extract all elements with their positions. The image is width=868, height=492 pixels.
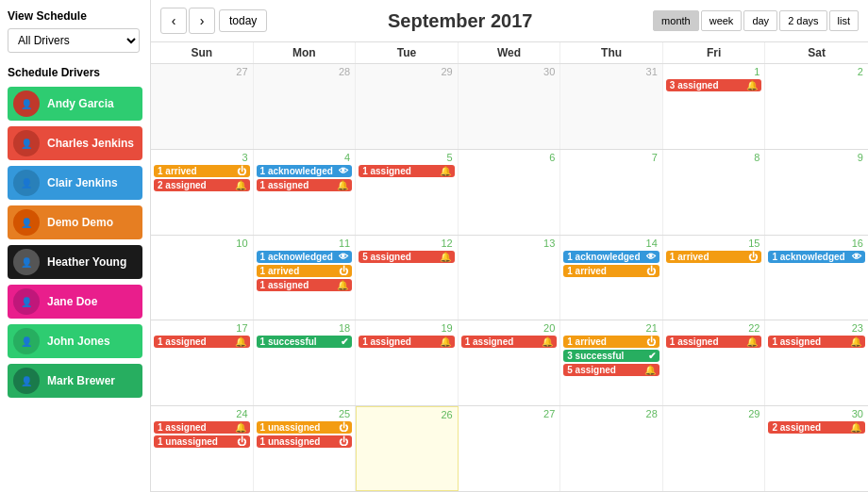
calendar-event[interactable]: 1 arrived⏻ bbox=[154, 165, 250, 177]
next-button[interactable]: › bbox=[189, 8, 215, 34]
cell-date: 16 bbox=[768, 238, 865, 249]
calendar-cell[interactable]: 9 bbox=[765, 150, 868, 235]
calendar-event[interactable]: 5 assigned🔔 bbox=[359, 251, 455, 263]
calendar-event[interactable]: 1 acknowledged👁 bbox=[768, 251, 865, 263]
calendar-cell[interactable]: 191 assigned🔔 bbox=[356, 320, 459, 405]
calendar-event[interactable]: 3 successful✔ bbox=[563, 350, 659, 362]
calendar-cell[interactable]: 31 bbox=[560, 64, 663, 149]
calendar-cell[interactable]: 6 bbox=[459, 150, 561, 235]
calendar-event[interactable]: 1 acknowledged👁 bbox=[257, 251, 353, 263]
event-icon: ✔ bbox=[648, 351, 656, 361]
view-btn-list[interactable]: list bbox=[829, 10, 859, 31]
calendar-cell[interactable]: 10 bbox=[151, 236, 254, 320]
event-label: 1 arrived bbox=[567, 336, 607, 347]
calendar-cell[interactable]: 13 assigned🔔 bbox=[663, 64, 766, 149]
calendar-event[interactable]: 1 assigned🔔 bbox=[359, 336, 455, 348]
calendar-event[interactable]: 1 unassigned⏻ bbox=[154, 435, 250, 448]
calendar-event[interactable]: 1 assigned🔔 bbox=[154, 336, 250, 348]
event-icon: ⏻ bbox=[748, 252, 758, 262]
view-btn-month[interactable]: month bbox=[653, 10, 699, 31]
calendar-cell[interactable]: 8 bbox=[663, 150, 766, 235]
calendar-event[interactable]: 2 assigned🔔 bbox=[768, 421, 865, 434]
calendar-weeks: 272829303113 assigned🔔231 arrived⏻2 assi… bbox=[151, 64, 868, 492]
calendar-event[interactable]: 1 assigned🔔 bbox=[461, 336, 558, 348]
view-btn-2-days[interactable]: 2 days bbox=[779, 10, 826, 31]
calendar-cell[interactable]: 151 arrived⏻ bbox=[663, 236, 766, 320]
cell-date: 8 bbox=[666, 152, 762, 163]
calendar-event[interactable]: 1 arrived⏻ bbox=[563, 265, 659, 277]
calendar-event[interactable]: 1 arrived⏻ bbox=[666, 251, 762, 263]
calendar-cell[interactable]: 241 assigned🔔1 unassigned⏻ bbox=[151, 406, 254, 491]
calendar-cell[interactable]: 29 bbox=[663, 406, 766, 491]
calendar-event[interactable]: 1 successful✔ bbox=[257, 336, 353, 348]
driver-item[interactable]: 👤Heather Young bbox=[8, 245, 142, 279]
calendar-cell[interactable]: 30 bbox=[459, 64, 561, 149]
calendar-cell[interactable]: 41 acknowledged👁1 assigned🔔 bbox=[254, 150, 357, 235]
calendar-event[interactable]: 3 assigned🔔 bbox=[666, 79, 762, 91]
calendar-week: 10111 acknowledged👁1 arrived⏻1 assigned🔔… bbox=[151, 236, 868, 321]
calendar-event[interactable]: 1 arrived⏻ bbox=[257, 265, 353, 277]
cell-date: 28 bbox=[257, 66, 353, 77]
driver-item[interactable]: 👤Demo Demo bbox=[8, 205, 142, 239]
cell-date: 28 bbox=[563, 408, 659, 419]
calendar-event[interactable]: 1 assigned🔔 bbox=[768, 336, 865, 348]
calendar-cell[interactable]: 181 successful✔ bbox=[254, 320, 357, 405]
calendar-cell[interactable]: 7 bbox=[560, 150, 663, 235]
calendar-cell[interactable]: 28 bbox=[560, 406, 663, 491]
calendar-cell[interactable]: 221 assigned🔔 bbox=[663, 320, 766, 405]
driver-item[interactable]: 👤Andy Garcia bbox=[8, 87, 142, 121]
calendar-cell[interactable]: 27 bbox=[459, 406, 561, 491]
event-label: 1 assigned bbox=[772, 336, 821, 347]
prev-button[interactable]: ‹ bbox=[160, 8, 187, 34]
driver-item[interactable]: 👤Charles Jenkins bbox=[8, 126, 142, 160]
calendar-cell[interactable]: 201 assigned🔔 bbox=[459, 320, 561, 405]
calendar-cell[interactable]: 51 assigned🔔 bbox=[356, 150, 459, 235]
event-label: 1 unassigned bbox=[260, 422, 321, 433]
calendar-cell[interactable]: 125 assigned🔔 bbox=[356, 236, 459, 320]
calendar-cell[interactable]: 251 unassigned⏻1 unassigned⏻ bbox=[254, 406, 357, 491]
cell-date: 13 bbox=[461, 238, 558, 249]
view-btn-week[interactable]: week bbox=[701, 10, 743, 31]
event-label: 1 assigned bbox=[465, 336, 514, 347]
calendar-event[interactable]: 1 assigned🔔 bbox=[154, 421, 250, 434]
calendar-event[interactable]: 5 assigned🔔 bbox=[563, 364, 659, 376]
calendar-cell[interactable]: 211 arrived⏻3 successful✔5 assigned🔔 bbox=[560, 320, 663, 405]
driver-item[interactable]: 👤Mark Brewer bbox=[8, 364, 142, 398]
calendar-event[interactable]: 1 acknowledged👁 bbox=[257, 165, 353, 177]
calendar-cell[interactable]: 2 bbox=[765, 64, 868, 149]
calendar-cell[interactable]: 31 arrived⏻2 assigned🔔 bbox=[151, 150, 254, 235]
calendar-cell[interactable]: 26 bbox=[356, 406, 459, 491]
calendar-event[interactable]: 1 assigned🔔 bbox=[257, 279, 353, 291]
event-icon: 🔔 bbox=[746, 80, 758, 90]
calendar-cell[interactable]: 161 acknowledged👁 bbox=[765, 236, 868, 320]
calendar-cell[interactable]: 171 assigned🔔 bbox=[151, 320, 254, 405]
calendar-cell[interactable]: 231 assigned🔔 bbox=[765, 320, 868, 405]
calendar-event[interactable]: 1 assigned🔔 bbox=[257, 179, 353, 191]
calendar-cell[interactable]: 29 bbox=[356, 64, 459, 149]
driver-item[interactable]: 👤Jane Doe bbox=[8, 285, 142, 319]
calendar-event[interactable]: 1 assigned🔔 bbox=[666, 336, 762, 348]
driver-item[interactable]: 👤John Jones bbox=[8, 324, 142, 358]
event-label: 1 assigned bbox=[158, 336, 207, 347]
calendar-cell[interactable]: 302 assigned🔔 bbox=[765, 406, 868, 491]
driver-select[interactable]: All Drivers bbox=[8, 28, 140, 53]
view-btn-day[interactable]: day bbox=[743, 10, 777, 31]
calendar-cell[interactable]: 13 bbox=[459, 236, 561, 320]
cell-date: 3 bbox=[154, 152, 250, 163]
calendar-cell[interactable]: 27 bbox=[151, 64, 254, 149]
calendar-event[interactable]: 1 unassigned⏻ bbox=[257, 421, 353, 434]
calendar-cell[interactable]: 141 acknowledged👁1 arrived⏻ bbox=[560, 236, 663, 320]
event-icon: 🔔 bbox=[235, 180, 246, 190]
calendar-event[interactable]: 2 assigned🔔 bbox=[154, 179, 250, 191]
calendar-cell[interactable]: 111 acknowledged👁1 arrived⏻1 assigned🔔 bbox=[254, 236, 357, 320]
day-name: Thu bbox=[560, 42, 663, 63]
calendar-event[interactable]: 1 acknowledged👁 bbox=[563, 251, 659, 263]
driver-item[interactable]: 👤Clair Jenkins bbox=[8, 166, 142, 200]
calendar-cell[interactable]: 28 bbox=[254, 64, 357, 149]
calendar-event[interactable]: 1 assigned🔔 bbox=[359, 165, 455, 177]
today-button[interactable]: today bbox=[219, 9, 267, 32]
calendar-event[interactable]: 1 unassigned⏻ bbox=[257, 435, 353, 448]
event-icon: 👁 bbox=[339, 166, 348, 176]
event-icon: 🔔 bbox=[440, 166, 451, 176]
calendar-event[interactable]: 1 arrived⏻ bbox=[563, 336, 659, 348]
